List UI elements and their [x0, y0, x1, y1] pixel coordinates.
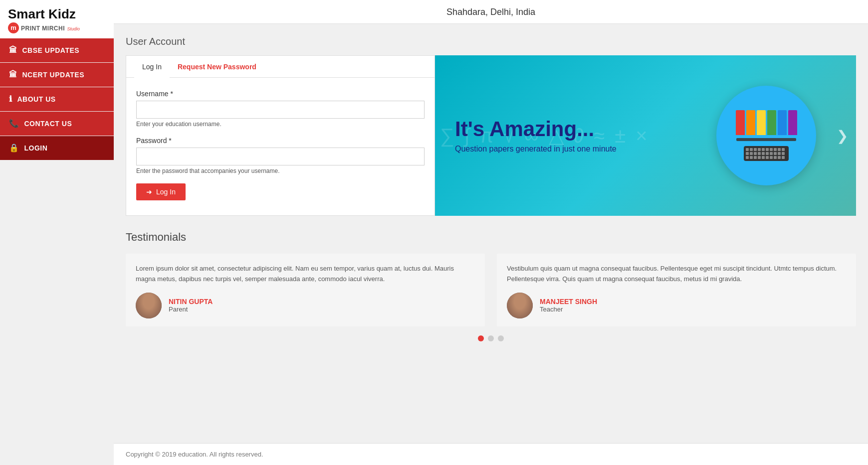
key: [770, 152, 773, 155]
sidebar-item-cbse[interactable]: 🏛 CBSE UPDATES: [0, 38, 114, 62]
sidebar-item-contact[interactable]: 📞 CONTACT US: [0, 112, 114, 136]
username-hint: Enter your education username.: [136, 121, 425, 128]
sidebar-item-ncert[interactable]: 🏛 NCERT UPDATES: [0, 63, 114, 87]
book-orange: [746, 110, 755, 135]
username-label: Username *: [136, 90, 425, 98]
author-info-2: MANJEET SINGH Teacher: [540, 298, 597, 313]
tab-login[interactable]: Log In: [134, 56, 170, 78]
banner-heading: It's Amazing...: [455, 118, 617, 141]
cbse-icon: 🏛: [9, 46, 17, 55]
about-icon: ℹ: [9, 94, 12, 104]
sidebar-item-login[interactable]: 🔒 LOGIN: [0, 136, 114, 160]
login-form-body: Username * Enter your education username…: [126, 78, 434, 215]
ncert-label: NCERT UPDATES: [22, 71, 84, 79]
username-input[interactable]: [136, 101, 425, 119]
login-label: LOGIN: [24, 144, 48, 152]
key: [766, 156, 769, 159]
print-mirchi-icon: m: [8, 22, 19, 33]
banner: ∑∫π√∞ △∂≈±× It's Amazing... Question pap…: [435, 55, 856, 216]
login-card: Log In Request New Password Username * E…: [126, 55, 435, 216]
testimonial-card-1: Lorem ipsum dolor sit amet, consectetur …: [126, 254, 485, 326]
key: [746, 152, 749, 155]
book-yellow: [757, 110, 766, 135]
login-banner-row: Log In Request New Password Username * E…: [126, 55, 856, 216]
dot-1[interactable]: [478, 335, 484, 341]
author-name-2: MANJEET SINGH: [540, 298, 597, 306]
cbse-label: CBSE UPDATES: [22, 46, 80, 54]
contact-label: CONTACT US: [24, 120, 72, 128]
sidebar-item-about[interactable]: ℹ ABOUT US: [0, 87, 114, 111]
logo-subtitle-row: m PRINT MIRCHI Studio: [8, 22, 80, 33]
key: [758, 148, 761, 151]
dot-3[interactable]: [498, 335, 504, 341]
testimonial-author-2: MANJEET SINGH Teacher: [507, 293, 846, 318]
shelf: [736, 138, 796, 141]
avatar-person-img: [136, 293, 162, 318]
content-area: User Account Log In Request New Password…: [114, 24, 868, 443]
book-purple: [788, 110, 797, 135]
about-label: ABOUT US: [17, 95, 56, 103]
user-account-title: User Account: [126, 36, 856, 47]
password-label: Password *: [136, 137, 425, 145]
key: [750, 148, 753, 151]
key: [746, 156, 749, 159]
login-arrow-icon: ➜: [146, 188, 152, 196]
testimonial-author-1: NITIN GUPTA Parent: [136, 293, 475, 318]
key: [782, 148, 785, 151]
key: [762, 156, 765, 159]
banner-subheading: Question papers generated in just one mi…: [455, 145, 617, 154]
banner-illustration: [716, 86, 816, 185]
dot-2[interactable]: [488, 335, 494, 341]
studio-label: Studio: [67, 26, 80, 31]
key: [770, 156, 773, 159]
book-stack: [736, 110, 797, 135]
banner-content: It's Amazing... Question papers generate…: [435, 103, 637, 168]
tab-request-password[interactable]: Request New Password: [170, 56, 264, 78]
key: [754, 156, 757, 159]
key: [774, 152, 777, 155]
avatar-person-img-2: [507, 293, 533, 318]
key: [758, 156, 761, 159]
key: [782, 152, 785, 155]
password-input[interactable]: [136, 148, 425, 165]
print-mirchi-text: PRINT MIRCHI: [21, 25, 65, 32]
key: [778, 148, 781, 151]
book-green: [767, 110, 776, 135]
login-button[interactable]: ➜ Log In: [136, 183, 186, 200]
carousel-dots: [126, 335, 856, 341]
author-role-1: Parent: [169, 306, 213, 313]
book-blue: [778, 110, 787, 135]
avatar-manjeet: [507, 293, 533, 318]
testimonial-card-2: Vestibulum quis quam ut magna consequat …: [497, 254, 856, 326]
avatar-nitin: [136, 293, 162, 318]
testimonials-row: Lorem ipsum dolor sit amet, consectetur …: [126, 254, 856, 326]
author-info-1: NITIN GUPTA Parent: [169, 298, 213, 313]
author-name-1: NITIN GUPTA: [169, 298, 213, 306]
key: [750, 156, 753, 159]
testimonial-text-1: Lorem ipsum dolor sit amet, consectetur …: [136, 264, 475, 285]
location-text: Shahdara, Delhi, India: [446, 7, 535, 17]
login-lock-icon: 🔒: [9, 143, 19, 153]
key: [774, 156, 777, 159]
testimonial-text-2: Vestibulum quis quam ut magna consequat …: [507, 264, 846, 285]
banner-next-arrow[interactable]: ❯: [837, 128, 848, 144]
sidebar: Smart Kidz m PRINT MIRCHI Studio 🏛 CBSE …: [0, 0, 114, 465]
tabs-row: Log In Request New Password: [126, 56, 434, 78]
main-content: Shahdara, Delhi, India User Account Log …: [114, 0, 868, 465]
key: [762, 152, 765, 155]
top-header: Shahdara, Delhi, India: [114, 0, 868, 24]
key: [778, 156, 781, 159]
key: [766, 152, 769, 155]
password-hint: Enter the password that accompanies your…: [136, 167, 425, 174]
ncert-icon: 🏛: [9, 70, 17, 79]
key: [758, 152, 761, 155]
copyright-text: Copyright © 2019 education. All rights r…: [126, 451, 263, 458]
key: [774, 148, 777, 151]
key: [766, 148, 769, 151]
author-role-2: Teacher: [540, 306, 597, 313]
key: [782, 156, 785, 159]
site-logo-title: Smart Kidz: [8, 7, 76, 21]
key: [746, 148, 749, 151]
testimonials-title: Testimonials: [126, 231, 856, 244]
logo-area: Smart Kidz m PRINT MIRCHI Studio: [0, 0, 114, 38]
